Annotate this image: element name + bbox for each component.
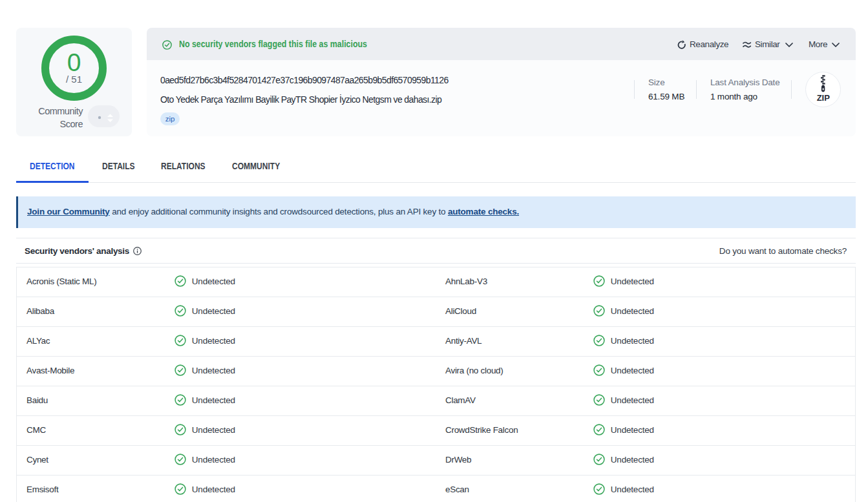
svg-text:ZIP: ZIP (817, 93, 831, 103)
